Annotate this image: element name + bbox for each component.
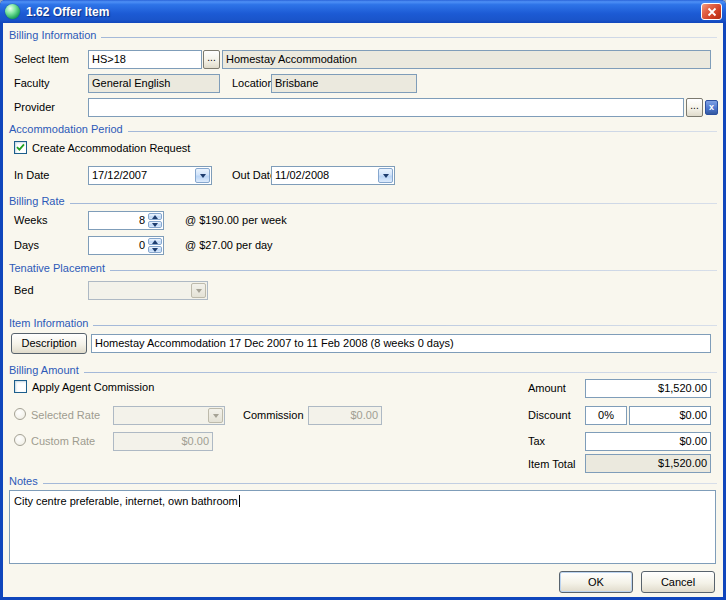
custom-rate-radio — [14, 434, 26, 446]
offer-item-dialog: 1.62 Offer Item Billing Information Sele… — [0, 0, 726, 600]
notes-textarea[interactable]: City centre preferable, internet, own ba… — [9, 490, 716, 564]
discount-percent-value: 0% — [598, 409, 614, 421]
out-date-value: 11/02/2008 — [275, 169, 329, 181]
commission-value: $0.00 — [350, 409, 378, 421]
days-spin-buttons — [148, 238, 162, 253]
discount-amount-input[interactable]: $0.00 — [629, 406, 711, 425]
notes-text: City centre preferable, internet, own ba… — [14, 495, 238, 507]
dialog-body: Billing Information Select Item HS>18 ..… — [3, 23, 723, 597]
days-stepper[interactable]: 0 — [88, 236, 164, 255]
create-accommodation-request-label: Create Accommodation Request — [32, 142, 190, 154]
section-title: Item Information — [9, 317, 88, 329]
apply-agent-commission-label: Apply Agent Commission — [32, 381, 154, 393]
chevron-down-icon — [208, 408, 223, 423]
selected-rate-combobox — [113, 406, 225, 425]
select-item-label: Select Item — [14, 53, 69, 65]
spin-down-icon[interactable] — [148, 246, 162, 253]
chevron-down-icon[interactable] — [378, 168, 393, 183]
custom-rate-input: $0.00 — [113, 432, 213, 451]
item-total-label: Item Total — [528, 458, 576, 470]
spin-up-icon[interactable] — [148, 213, 162, 220]
chevron-down-icon[interactable] — [195, 168, 210, 183]
item-total-value: $1,520.00 — [658, 457, 707, 469]
text-caret-icon — [239, 495, 240, 507]
ok-button[interactable]: OK — [559, 571, 633, 593]
section-header-tenative-placement: Tenative Placement — [9, 261, 717, 275]
apply-agent-commission-checkbox[interactable] — [14, 380, 27, 393]
location-label: Location — [232, 77, 274, 89]
spin-up-icon[interactable] — [148, 238, 162, 245]
section-header-billing-rate: Billing Rate — [9, 194, 717, 208]
section-title: Billing Information — [9, 29, 96, 41]
faculty-field: General English — [88, 74, 220, 93]
selected-rate-radio — [14, 408, 26, 420]
discount-label: Discount — [528, 409, 571, 421]
section-divider — [43, 483, 717, 484]
select-item-value: HS>18 — [92, 53, 126, 65]
faculty-value: General English — [92, 77, 170, 89]
location-value: Brisbane — [275, 77, 318, 89]
section-header-item-information: Item Information — [9, 316, 717, 330]
item-name-value: Homestay Accommodation — [226, 53, 357, 65]
create-accommodation-request-checkbox[interactable] — [14, 141, 27, 154]
provider-browse-button[interactable]: ... — [686, 98, 703, 117]
titlebar: 1.62 Offer Item — [0, 0, 726, 23]
selected-rate-label: Selected Rate — [31, 409, 100, 421]
section-header-billing-information: Billing Information — [9, 28, 717, 42]
section-divider — [84, 372, 717, 373]
out-date-label: Out Date — [232, 169, 276, 181]
commission-label: Commission — [243, 409, 304, 421]
custom-rate-label: Custom Rate — [31, 435, 95, 447]
in-date-combobox[interactable]: 17/12/2007 — [88, 166, 212, 185]
bed-label: Bed — [14, 284, 34, 296]
section-title: Notes — [9, 475, 38, 487]
description-value: Homestay Accommodation 17 Dec 2007 to 11… — [95, 337, 454, 349]
faculty-label: Faculty — [14, 77, 49, 89]
item-total-field: $1,520.00 — [585, 454, 711, 473]
close-button[interactable] — [701, 3, 722, 20]
amount-value: $1,520.00 — [658, 382, 707, 394]
select-item-input[interactable]: HS>18 — [88, 50, 202, 69]
days-value: 0 — [139, 239, 145, 251]
section-header-notes: Notes — [9, 474, 717, 488]
section-divider — [128, 131, 717, 132]
checkmark-icon — [16, 143, 25, 152]
tax-input[interactable]: $0.00 — [585, 432, 711, 451]
custom-rate-value: $0.00 — [181, 435, 209, 447]
tax-label: Tax — [528, 435, 545, 447]
location-field: Brisbane — [271, 74, 417, 93]
section-header-accommodation-period: Accommodation Period — [9, 122, 717, 136]
tax-value: $0.00 — [679, 435, 707, 447]
select-item-browse-button[interactable]: ... — [203, 50, 220, 69]
section-title: Tenative Placement — [9, 262, 105, 274]
cancel-button[interactable]: Cancel — [641, 571, 715, 593]
section-title: Billing Amount — [9, 364, 79, 376]
section-header-billing-amount: Billing Amount — [9, 363, 717, 377]
provider-label: Provider — [14, 101, 55, 113]
section-divider — [93, 325, 717, 326]
discount-percent-input[interactable]: 0% — [585, 406, 627, 425]
description-field[interactable]: Homestay Accommodation 17 Dec 2007 to 11… — [91, 334, 711, 353]
weeks-stepper[interactable]: 8 — [88, 211, 164, 230]
weeks-rate-text: @ $190.00 per week — [185, 214, 287, 226]
provider-clear-button[interactable]: x — [705, 100, 718, 115]
discount-amount-value: $0.00 — [679, 409, 707, 421]
close-icon — [707, 7, 717, 17]
app-icon — [5, 4, 20, 19]
days-label: Days — [14, 239, 39, 251]
spin-down-icon[interactable] — [148, 221, 162, 228]
amount-label: Amount — [528, 382, 566, 394]
provider-input[interactable] — [88, 98, 684, 117]
weeks-spin-buttons — [148, 213, 162, 228]
section-divider — [101, 37, 717, 38]
commission-input: $0.00 — [308, 406, 382, 425]
in-date-value: 17/12/2007 — [92, 169, 147, 181]
section-title: Accommodation Period — [9, 123, 123, 135]
in-date-label: In Date — [14, 169, 49, 181]
bed-combobox — [88, 281, 208, 300]
days-rate-text: @ $27.00 per day — [185, 239, 273, 251]
out-date-combobox[interactable]: 11/02/2008 — [271, 166, 395, 185]
amount-input[interactable]: $1,520.00 — [585, 379, 711, 398]
description-button[interactable]: Description — [11, 333, 87, 354]
section-divider — [70, 203, 717, 204]
